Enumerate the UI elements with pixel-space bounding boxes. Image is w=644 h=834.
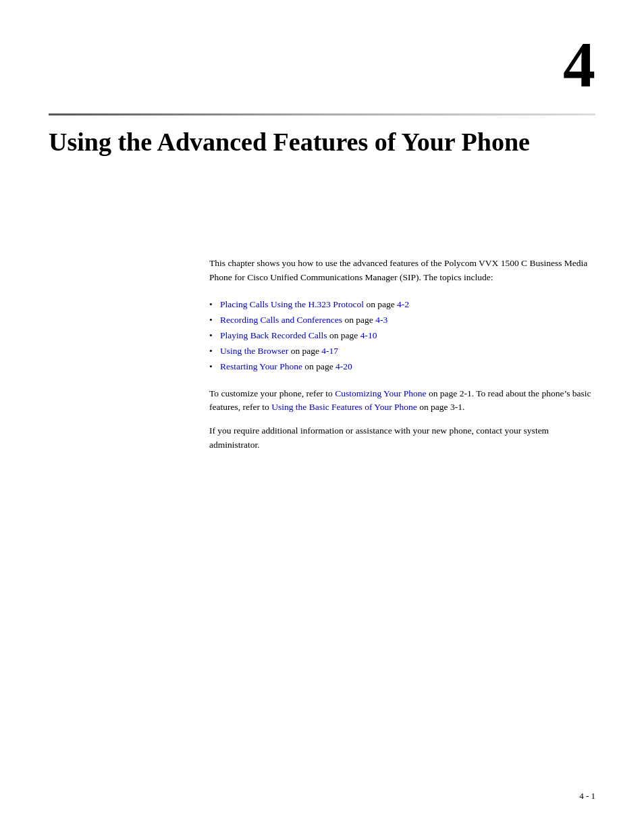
intro-paragraph: This chapter shows you how to use the ad… bbox=[209, 257, 595, 285]
horizontal-rule bbox=[49, 113, 595, 115]
bullet-list: Placing Calls Using the H.323 Protocol o… bbox=[209, 297, 595, 375]
page-ref-text: on page bbox=[364, 299, 397, 309]
placing-calls-page-ref[interactable]: 4-2 bbox=[397, 299, 409, 309]
footer-paragraph-1: To customize your phone, refer to Custom… bbox=[209, 387, 595, 415]
placing-calls-link[interactable]: Placing Calls Using the H.323 Protocol bbox=[220, 299, 364, 309]
basic-features-link[interactable]: Using the Basic Features of Your Phone bbox=[271, 402, 417, 412]
list-item: Recording Calls and Conferences on page … bbox=[209, 313, 595, 328]
chapter-title: Using the Advanced Features of Your Phon… bbox=[49, 127, 595, 158]
footer-para1-prefix: To customize your phone, refer to bbox=[209, 388, 335, 398]
list-item: Restarting Your Phone on page 4-20 bbox=[209, 359, 595, 375]
customizing-phone-link[interactable]: Customizing Your Phone bbox=[335, 388, 426, 398]
page-container: 4 Using the Advanced Features of Your Ph… bbox=[0, 0, 644, 834]
footer-para1-suffix: on page 3-1. bbox=[417, 402, 464, 412]
page-number: 4 - 1 bbox=[579, 791, 595, 802]
footer-paragraph-2: If you require additional information or… bbox=[209, 424, 595, 452]
using-browser-link[interactable]: Using the Browser bbox=[220, 346, 288, 356]
list-item: Playing Back Recorded Calls on page 4-10 bbox=[209, 328, 595, 344]
chapter-number: 4 bbox=[563, 32, 595, 97]
page-ref-text: on page bbox=[342, 315, 375, 325]
playing-back-page-ref[interactable]: 4-10 bbox=[360, 330, 377, 340]
restarting-phone-link[interactable]: Restarting Your Phone bbox=[220, 361, 302, 371]
using-browser-page-ref[interactable]: 4-17 bbox=[321, 346, 338, 356]
restarting-phone-page-ref[interactable]: 4-20 bbox=[336, 361, 352, 371]
page-ref-text: on page bbox=[288, 346, 321, 356]
playing-back-link[interactable]: Playing Back Recorded Calls bbox=[220, 330, 327, 340]
list-item: Placing Calls Using the H.323 Protocol o… bbox=[209, 297, 595, 313]
content-area: This chapter shows you how to use the ad… bbox=[209, 257, 595, 462]
list-item: Using the Browser on page 4-17 bbox=[209, 344, 595, 359]
page-ref-text: on page bbox=[302, 361, 336, 371]
recording-calls-link[interactable]: Recording Calls and Conferences bbox=[220, 315, 342, 325]
page-ref-text: on page bbox=[327, 330, 360, 340]
recording-calls-page-ref[interactable]: 4-3 bbox=[375, 315, 387, 325]
